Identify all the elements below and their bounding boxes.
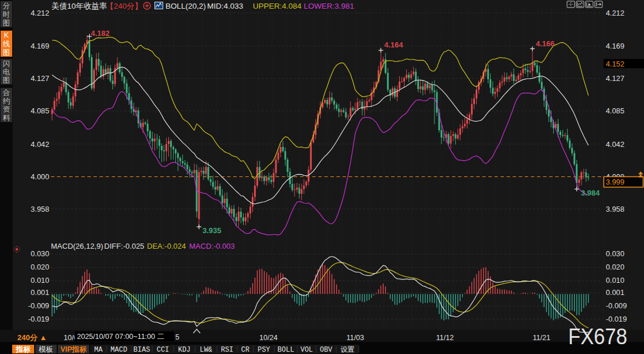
svg-text:约: 约 (3, 97, 10, 105)
svg-text:4.169: 4.169 (606, 42, 624, 50)
svg-text:-0.009: -0.009 (28, 301, 49, 310)
svg-text:LOWER:3.981: LOWER:3.981 (304, 2, 354, 10)
svg-text:4.085: 4.085 (31, 106, 49, 115)
svg-text:【240分】: 【240分】 (106, 2, 142, 10)
svg-text:10/24: 10/24 (259, 334, 277, 342)
svg-text:3.984: 3.984 (581, 189, 600, 197)
svg-text:MACD(26,12,9): MACD(26,12,9) (51, 242, 103, 250)
svg-text:图: 图 (3, 76, 10, 84)
svg-text:BIAS: BIAS (134, 346, 150, 354)
svg-text:2025/10/07 07:00~11:00 二: 2025/10/07 07:00~11:00 二 (77, 333, 164, 341)
svg-text:4.042: 4.042 (606, 140, 624, 149)
svg-text:资: 资 (3, 105, 10, 113)
svg-text:BOLL(20,2): BOLL(20,2) (165, 2, 206, 10)
svg-text:3.935: 3.935 (203, 226, 222, 235)
svg-text:0.001: 0.001 (31, 288, 49, 297)
svg-text:4.042: 4.042 (31, 140, 49, 149)
svg-text:0.001: 0.001 (606, 288, 624, 297)
svg-text:电: 电 (3, 68, 10, 76)
svg-text:线: 线 (3, 40, 10, 48)
svg-text:MID:4.033: MID:4.033 (207, 2, 243, 10)
svg-text:11/21: 11/21 (533, 334, 550, 342)
svg-text:CR: CR (241, 346, 249, 354)
svg-text:VOL: VOL (300, 346, 313, 354)
svg-text:0.030: 0.030 (31, 249, 49, 258)
svg-text:MACD: MACD (111, 346, 127, 354)
svg-text:0.020: 0.020 (606, 263, 624, 271)
svg-text:0.010: 0.010 (31, 276, 49, 285)
svg-text:0.010: 0.010 (606, 276, 624, 285)
svg-text:4.182: 4.182 (91, 29, 110, 38)
svg-text:设置: 设置 (341, 346, 355, 354)
svg-text:UPPER:4.084: UPPER:4.084 (253, 2, 302, 10)
svg-text:4.169: 4.169 (31, 42, 49, 50)
svg-text:DEA:-0.024: DEA:-0.024 (147, 242, 186, 250)
svg-text:K: K (4, 31, 9, 39)
svg-text:时: 时 (3, 10, 10, 19)
svg-text:MA: MA (94, 346, 103, 354)
svg-text:-0.009: -0.009 (606, 301, 627, 310)
svg-text:3.958: 3.958 (31, 205, 49, 213)
svg-text:图: 图 (3, 19, 10, 27)
svg-text:4.000: 4.000 (31, 172, 49, 181)
svg-text:4.152: 4.152 (606, 60, 624, 68)
svg-text:4.212: 4.212 (606, 9, 624, 17)
svg-text:分: 分 (3, 2, 10, 10)
svg-text:4.164: 4.164 (384, 40, 403, 49)
svg-text:料: 料 (3, 114, 10, 122)
svg-text:0.030: 0.030 (606, 249, 624, 258)
svg-text:0.020: 0.020 (31, 263, 49, 271)
svg-text:美债10年收益率: 美债10年收益率 (51, 2, 107, 10)
svg-text:模板: 模板 (38, 345, 53, 353)
svg-text:图: 图 (3, 49, 10, 57)
svg-text:OBV: OBV (320, 346, 333, 354)
svg-text:4.127: 4.127 (31, 74, 49, 83)
svg-text:4.212: 4.212 (31, 9, 49, 17)
svg-text:5: 5 (175, 333, 179, 341)
svg-text:11/12: 11/12 (436, 334, 454, 342)
svg-text:3.958: 3.958 (606, 205, 624, 213)
svg-text:PSY: PSY (257, 346, 270, 354)
svg-text:DIFF:-0.025: DIFF:-0.025 (104, 242, 144, 250)
svg-text:合: 合 (2, 89, 10, 97)
svg-text:LW&: LW& (200, 346, 212, 354)
svg-text:闪: 闪 (3, 60, 10, 68)
svg-text:4.085: 4.085 (606, 106, 624, 115)
svg-text:240分 ▲: 240分 ▲ (17, 333, 47, 342)
svg-text:3.999: 3.999 (606, 178, 624, 186)
svg-text:KDJ: KDJ (178, 346, 191, 354)
svg-text:FX678: FX678 (568, 325, 627, 349)
svg-text:指标: 指标 (16, 345, 31, 353)
svg-text:VIP指标: VIP指标 (60, 345, 87, 353)
svg-text:-0.019: -0.019 (606, 315, 627, 323)
svg-text:BOLL: BOLL (278, 346, 295, 354)
svg-text:4.166: 4.166 (536, 39, 555, 48)
svg-text:-0.019: -0.019 (28, 315, 49, 323)
svg-text:RSI: RSI (221, 346, 234, 354)
svg-text:CCI: CCI (157, 346, 170, 354)
svg-text:4.127: 4.127 (606, 74, 624, 83)
svg-text:11/03: 11/03 (347, 334, 364, 342)
svg-text:MACD:-0.003: MACD:-0.003 (189, 242, 235, 250)
